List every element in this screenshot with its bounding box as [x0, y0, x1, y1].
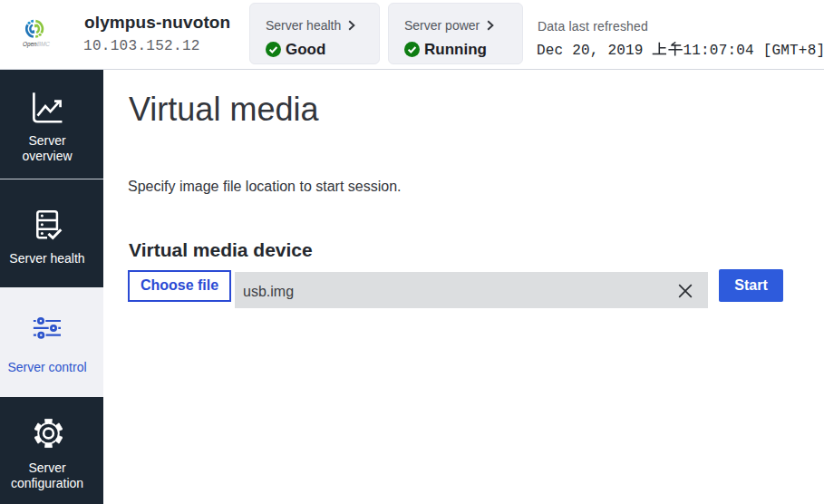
svg-text:OpenBMC: OpenBMC [23, 41, 50, 48]
